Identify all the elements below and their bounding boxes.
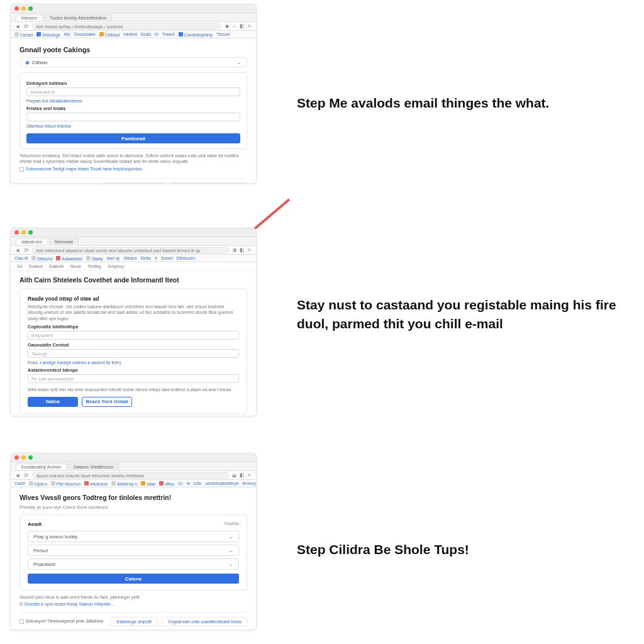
select-1[interactable]: Phay g tonsun fonlirp⌄: [28, 531, 239, 542]
checkbox-icon[interactable]: [19, 167, 24, 172]
bookmark-item[interactable]: Chlldsof: [99, 32, 119, 37]
field-2-input[interactable]: Tausogt: [28, 349, 239, 358]
subnav-item[interactable]: Tonece: [29, 264, 43, 269]
account-dropdown[interactable]: ◉ Citlsnn ⌄: [19, 57, 247, 67]
bookmark-item[interactable]: Cesset: [14, 32, 33, 37]
field-3-input[interactable]: Pe dote atonansepint: [28, 374, 239, 383]
bookmark-item[interactable]: Drousmater: [74, 32, 96, 36]
subnav-item[interactable]: Smynoy: [108, 264, 124, 269]
close-icon[interactable]: [14, 455, 19, 460]
ext-icon-2[interactable]: ○: [231, 23, 237, 29]
select-3[interactable]: Phaloitestt⌄: [28, 558, 239, 570]
menu-icon[interactable]: ≡: [247, 247, 252, 253]
footer-link-1[interactable]: Eetenloge oinpctfl: [111, 617, 157, 626]
submit-button[interactable]: Pamtcestl: [26, 133, 240, 143]
bookmark-item[interactable]: Crao M: [14, 256, 28, 260]
select-2[interactable]: Pensot⌄: [28, 545, 239, 556]
bookmark-item[interactable]: Sifcaos: [123, 256, 136, 260]
bookmark-item[interactable]: tensory: [243, 481, 256, 486]
reload-icon[interactable]: ⟳: [23, 472, 30, 479]
maximize-icon[interactable]: [28, 230, 33, 235]
ext-icon-1[interactable]: ◆: [224, 23, 230, 29]
ext-icon-1[interactable]: ◑: [231, 247, 237, 253]
bookmark-item[interactable]: Trewnt: [162, 32, 175, 36]
minimize-icon[interactable]: [21, 455, 26, 460]
bookmark-item[interactable]: tt: [155, 256, 157, 260]
subnav-item[interactable]: Nivce: [70, 264, 82, 269]
footer-link-2[interactable]: Wnenel xnt Toey mrnesot) Stursm: [170, 182, 247, 184]
url-field[interactable]: thre thesecl authay / Drethrottesiagts /…: [32, 23, 221, 30]
browser-tab-2[interactable]: Memveat: [49, 238, 79, 245]
field-1-input[interactable]: Breysorerd: [28, 331, 239, 340]
password-hint-link[interactable]: Sttention fresoi tintnlne: [26, 124, 240, 128]
maximize-icon[interactable]: [28, 6, 33, 11]
bookmark-item[interactable]: te: [187, 481, 190, 486]
menu-icon[interactable]: ≡: [247, 472, 252, 478]
reload-icon[interactable]: ⟳: [23, 247, 30, 253]
bookmark-item[interactable]: Cwsrt: [14, 481, 25, 486]
field-2-hint[interactable]: Poes. t andign Kanept otdines a eadont i…: [28, 360, 239, 365]
bookmark-item[interactable]: Comtestepheny: [179, 32, 213, 37]
cancel-button[interactable]: Beant Yord Ontall: [82, 397, 132, 407]
back-icon[interactable]: ◄: [14, 23, 21, 30]
ext-icon-1[interactable]: ◒: [231, 472, 237, 478]
bookmark-item[interactable]: Dtlstond: [31, 256, 52, 261]
bookmark-item[interactable]: Staely: [86, 256, 103, 261]
bookmark-item[interactable]: tV: [155, 32, 158, 36]
bookmark-item[interactable]: staal: [141, 481, 155, 486]
checkbox-row[interactable]: Sotnomsione Tentgt inape trtaes Tbunt ha…: [19, 167, 247, 172]
back-icon[interactable]: ◄: [14, 472, 21, 479]
bookmark-item[interactable]: dittso: [159, 481, 175, 486]
close-icon[interactable]: [14, 6, 19, 11]
bookmark-item[interactable]: mtoectost: [84, 481, 108, 486]
bookmark-item[interactable]: Ftel Vesonon: [51, 481, 80, 486]
bookmark-item[interactable]: Aulaatstebt: [56, 256, 82, 261]
bookmark-item[interactable]: Etibtcoshc: [177, 256, 196, 260]
browser-tab-active[interactable]: Intesem: [16, 14, 43, 21]
tab-bar: Intesem Tuctes benely Atredeftetution: [11, 13, 256, 22]
bookmark-item[interactable]: Etolis: [141, 32, 151, 36]
back-icon[interactable]: ◄: [14, 247, 21, 253]
footer-link-1[interactable]: Strousesey utret matienn: [104, 182, 165, 184]
password-input[interactable]: [26, 113, 240, 121]
bookmark-item[interactable]: Sonsrt: [161, 256, 173, 260]
footer-link-2[interactable]: Orgeamoet onte suaditersttoant tceas: [162, 617, 247, 626]
reload-icon[interactable]: ⟳: [23, 23, 30, 30]
browser-tab-2[interactable]: Tuctes benely Atredeftetution: [44, 14, 112, 21]
url-field[interactable]: ther miterctoesl witpalond cituad wrorty…: [32, 247, 229, 253]
bookmark-item[interactable]: Mic: [64, 32, 70, 36]
subnav-item[interactable]: Tentlep: [87, 264, 102, 269]
bookmark-item[interactable]: Infofent: [123, 32, 137, 36]
url-field[interactable]: Apoon nraryeol chdyme baom tterychren le…: [32, 472, 229, 479]
ext-icon-2[interactable]: ◧: [239, 472, 245, 478]
email-input[interactable]: Sdnteniee ld: [26, 87, 240, 96]
subnav-item[interactable]: Inatedh: [49, 264, 64, 269]
window-titlebar: [11, 453, 256, 462]
email-hint-link[interactable]: Prepart tiot Intoatiotarbethen: [26, 99, 240, 103]
bookmark-item[interactable]: Etntio: [141, 256, 152, 260]
browser-tab-2[interactable]: Datares Shtattincion: [68, 464, 119, 470]
ext-icon-3[interactable]: ◧: [239, 23, 245, 29]
bookmark-item[interactable]: Clpst n: [29, 481, 47, 486]
bookmark-item[interactable]: Aletstroly n: [111, 481, 137, 486]
minimize-icon[interactable]: [21, 6, 26, 11]
maximize-icon[interactable]: [28, 455, 33, 460]
submit-button[interactable]: Csione: [28, 574, 239, 584]
browser-tab-active[interactable]: datestrotrs: [16, 238, 48, 245]
save-button[interactable]: Natoe: [28, 397, 78, 407]
subnav-item[interactable]: Sn: [17, 264, 23, 269]
bookmark-item[interactable]: totts: [194, 481, 201, 486]
browser-tab-active[interactable]: Enotaboatdy Aronsn: [16, 464, 67, 470]
bookmark-item[interactable]: Ttscore: [216, 32, 230, 36]
bookmark-item[interactable]: Lb: [178, 481, 182, 486]
menu-icon[interactable]: ≡: [247, 23, 252, 29]
ext-icon-2[interactable]: ◧: [239, 247, 245, 253]
close-icon[interactable]: [14, 230, 19, 235]
card-paragraph: Wdortyote chosde. Usi ondies loatune ala…: [28, 304, 239, 321]
minimize-icon[interactable]: [21, 230, 26, 235]
field-2-label: Oauouidtn Centod: [28, 342, 239, 348]
checkbox-row[interactable]: O Gnentte e opre inntot Resly Sateon Int…: [19, 602, 247, 606]
bookmark-item[interactable]: Sntocings: [36, 32, 60, 37]
bookmark-item[interactable]: twet dy: [107, 256, 120, 260]
bookmark-item[interactable]: oentoboatesetioye: [205, 481, 238, 486]
